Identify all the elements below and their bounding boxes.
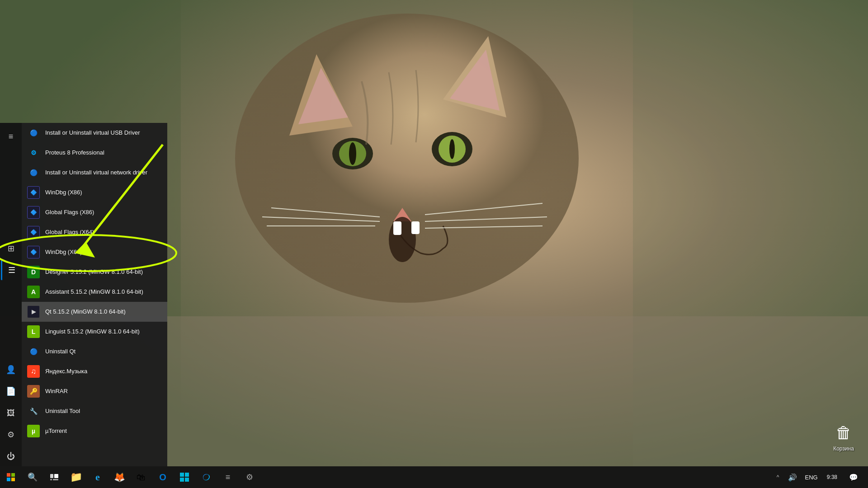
photos-icon[interactable]: 🖼 xyxy=(1,403,21,423)
tray-chevron[interactable]: ^ xyxy=(773,466,783,488)
svg-rect-14 xyxy=(393,221,401,235)
app-item-qt-5152[interactable]: ▶Qt 5.15.2 (MinGW 8.1.0 64-bit) xyxy=(22,302,167,322)
taskbar-apps: 📁 e 🦊 🛍 O ≡ xyxy=(65,466,773,488)
language-indicator[interactable]: ENG xyxy=(802,466,821,488)
hamburger-menu-icon[interactable]: ≡ xyxy=(1,127,21,146)
taskbar-edge-old[interactable]: e xyxy=(87,466,108,488)
app-label-yandex-music: Яндекс.Музыка xyxy=(45,368,162,375)
time-display: 9:38 xyxy=(827,474,837,480)
app-item-proteus8[interactable]: ⚙Proteus 8 Professional xyxy=(22,143,167,163)
app-icon-install-usb: 🔵 xyxy=(27,127,40,139)
app-label-install-net: Install or Uninstall virtual network dri… xyxy=(45,169,162,177)
start-menu-sidebar: ≡ ⊞ ☰ 👤 📄 🖼 ⚙ ⏻ xyxy=(0,123,22,466)
app-icon-global-flags-x64: 🔷 xyxy=(27,226,40,239)
taskbar-outlook[interactable]: O xyxy=(152,466,174,488)
app-label-global-flags-x86: Global Flags (X86) xyxy=(45,209,162,216)
app-item-install-net[interactable]: 🔵Install or Uninstall virtual network dr… xyxy=(22,163,167,183)
svg-rect-38 xyxy=(180,478,184,482)
app-icon-windbg-x64: 🔷 xyxy=(27,246,40,258)
start-button[interactable] xyxy=(0,466,22,488)
app-label-qt-5152: Qt 5.15.2 (MinGW 8.1.0 64-bit) xyxy=(45,308,162,316)
recycle-bin-label: Корзина xyxy=(833,446,854,452)
app-icon-linguist: L xyxy=(27,325,40,338)
app-item-yandex-music[interactable]: ♫Яндекс.Музыка xyxy=(22,361,167,381)
app-label-designer: Designer 5.15.2 (MinGW 8.1.0 64-bit) xyxy=(45,268,162,276)
app-label-windbg-x64: WinDbg (X64) xyxy=(45,249,162,256)
app-icon-windbg-x86: 🔷 xyxy=(27,186,40,199)
app-item-windbg-x86[interactable]: 🔷WinDbg (X86) xyxy=(22,183,167,202)
taskbar-right: ^ 🔊 ENG 9:38 💬 xyxy=(773,466,868,488)
app-icon-global-flags-x86: 🔷 xyxy=(27,206,40,219)
notification-button[interactable]: 💬 xyxy=(843,466,864,488)
app-item-global-flags-x86[interactable]: 🔷Global Flags (X86) xyxy=(22,202,167,222)
app-item-uninstall-tool[interactable]: 🔧Uninstall Tool xyxy=(22,401,167,421)
taskbar-metro[interactable] xyxy=(174,466,195,488)
document-icon[interactable]: 📄 xyxy=(1,381,21,401)
svg-rect-15 xyxy=(411,221,420,234)
app-item-winrar[interactable]: 🔑WinRAR xyxy=(22,381,167,401)
svg-rect-28 xyxy=(7,473,10,477)
svg-rect-37 xyxy=(185,473,189,477)
taskbar-firefox[interactable]: 🦊 xyxy=(108,466,130,488)
svg-rect-34 xyxy=(50,479,52,480)
system-tray: ^ 🔊 ENG xyxy=(773,466,821,488)
svg-point-11 xyxy=(449,139,455,159)
taskbar-clock[interactable]: 9:38 xyxy=(823,474,841,480)
app-label-linguist: Linguist 5.15.2 (MinGW 8.1.0 64-bit) xyxy=(45,328,162,336)
taskbar-store[interactable]: 🛍 xyxy=(130,466,152,488)
user-icon[interactable]: 👤 xyxy=(1,360,21,380)
svg-rect-35 xyxy=(53,479,58,480)
search-button[interactable]: 🔍 xyxy=(22,466,43,488)
app-icon-yandex-music: ♫ xyxy=(27,365,40,378)
power-icon[interactable]: ⏻ xyxy=(1,446,21,466)
volume-icon[interactable]: 🔊 xyxy=(784,466,801,488)
taskbar-file-explorer[interactable]: 📁 xyxy=(65,466,87,488)
app-icon-install-net: 🔵 xyxy=(27,166,40,179)
app-item-linguist[interactable]: LLinguist 5.15.2 (MinGW 8.1.0 64-bit) xyxy=(22,322,167,342)
app-item-uninstall-qt[interactable]: 🔵Uninstall Qt xyxy=(22,342,167,361)
app-icon-designer: D xyxy=(27,266,40,278)
svg-rect-29 xyxy=(11,473,15,477)
svg-rect-31 xyxy=(11,478,15,481)
app-item-global-flags-x64[interactable]: 🔷Global Flags (X64) xyxy=(22,222,167,242)
app-item-install-usb[interactable]: 🔵Install or Uninstall virtual USB Driver xyxy=(22,123,167,143)
app-icon-assistant: A xyxy=(27,286,40,298)
app-icon-uninstall-qt: 🔵 xyxy=(27,345,40,358)
taskbar-cmd[interactable]: ≡ xyxy=(217,466,239,488)
app-icon-utorrent: µ xyxy=(27,425,40,437)
app-label-uninstall-tool: Uninstall Tool xyxy=(45,408,162,415)
taskbar-edge[interactable] xyxy=(195,466,217,488)
svg-rect-30 xyxy=(7,478,10,481)
app-label-windbg-x86: WinDbg (X86) xyxy=(45,189,162,197)
app-label-utorrent: µTorrent xyxy=(45,427,162,435)
app-icon-winrar: 🔑 xyxy=(27,385,40,398)
svg-rect-32 xyxy=(50,474,53,478)
recycle-bin-icon[interactable]: 🗑 Корзина xyxy=(833,422,854,452)
app-icon-qt-5152: ▶ xyxy=(27,305,40,318)
tiles-icon[interactable]: ⊞ xyxy=(1,239,21,258)
app-icon-uninstall-tool: 🔧 xyxy=(27,405,40,418)
app-label-assistant: Assistant 5.15.2 (MinGW 8.1.0 64-bit) xyxy=(45,288,162,296)
list-icon[interactable]: ☰ xyxy=(1,260,21,280)
app-label-winrar: WinRAR xyxy=(45,388,162,395)
task-view-button[interactable] xyxy=(43,466,65,488)
app-icon-proteus8: ⚙ xyxy=(27,146,40,159)
recycle-bin-image: 🗑 xyxy=(833,422,854,444)
svg-rect-36 xyxy=(180,473,184,477)
app-item-designer[interactable]: DDesigner 5.15.2 (MinGW 8.1.0 64-bit) xyxy=(22,262,167,282)
svg-rect-39 xyxy=(185,478,189,482)
svg-rect-33 xyxy=(54,474,58,478)
app-label-uninstall-qt: Uninstall Qt xyxy=(45,348,162,356)
taskbar-settings[interactable]: ⚙ xyxy=(239,466,260,488)
app-item-assistant[interactable]: AAssistant 5.15.2 (MinGW 8.1.0 64-bit) xyxy=(22,282,167,302)
app-item-windbg-x64[interactable]: 🔷WinDbg (X64) xyxy=(22,242,167,262)
app-list: 🔵Install or Uninstall virtual USB Driver… xyxy=(22,123,167,466)
taskbar: 🔍 📁 e 🦊 🛍 O xyxy=(0,466,868,488)
app-item-utorrent[interactable]: µµTorrent xyxy=(22,421,167,441)
settings-icon[interactable]: ⚙ xyxy=(1,425,21,445)
app-label-install-usb: Install or Uninstall virtual USB Driver xyxy=(45,129,162,137)
app-label-proteus8: Proteus 8 Professional xyxy=(45,149,162,157)
app-label-global-flags-x64: Global Flags (X64) xyxy=(45,229,162,236)
svg-point-8 xyxy=(349,142,356,165)
